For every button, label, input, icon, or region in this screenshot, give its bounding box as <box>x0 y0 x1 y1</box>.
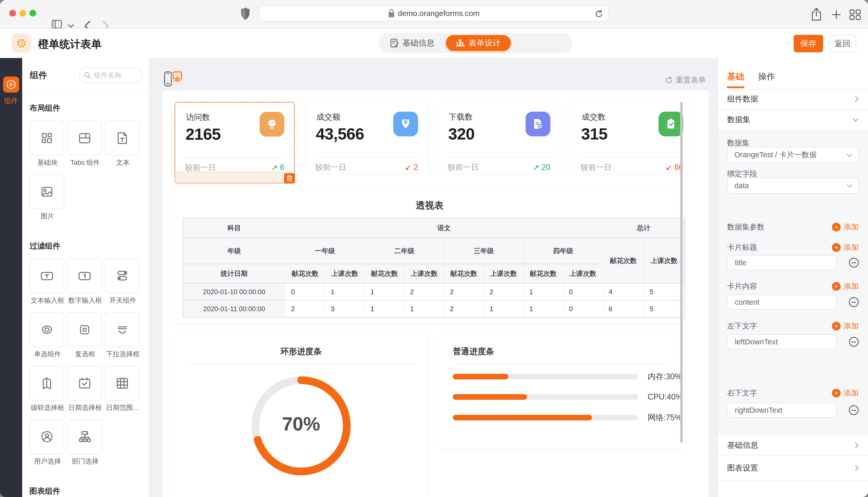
divider <box>185 157 284 158</box>
chevron-down-icon[interactable] <box>68 24 74 28</box>
stat-card-3[interactable]: 下载数320较前一日↗20 <box>438 103 560 173</box>
canvas-scrollbar[interactable] <box>680 102 683 443</box>
add-content-button[interactable]: +添加 <box>832 281 859 292</box>
tab-form-design[interactable]: 表单设计 <box>446 35 511 51</box>
stat-card-wrapper: 成交数315较前一日↙60 <box>571 103 692 173</box>
stat-card-1[interactable]: 访问数2165较前一日↗6 <box>176 103 294 171</box>
trend-delta: 2 <box>414 163 418 172</box>
pivot-value-cell: 2 <box>404 283 444 300</box>
palette-item-label: 日期选择框 <box>67 403 103 412</box>
app-header: 橙单统计表单 基础信息 表单设计 保存 返回 <box>0 28 868 58</box>
palette-card-user[interactable] <box>29 420 64 454</box>
basic-info-label: 基础信息 <box>727 440 758 451</box>
palette-card-radio[interactable] <box>29 312 64 347</box>
trend-up-arrow-icon: ↗ <box>533 163 539 172</box>
palette-card-dept[interactable] <box>67 420 102 454</box>
tab-basic-info[interactable]: 基础信息 <box>379 38 446 48</box>
tab-overview-icon[interactable] <box>850 9 861 20</box>
stat-card-footer: 较前一日↙2 <box>315 160 418 174</box>
zoom-window-button[interactable] <box>29 10 36 16</box>
save-button[interactable]: 保存 <box>794 35 823 52</box>
palette-item-label: 下拉选择框 <box>105 350 141 358</box>
add-rightDownText-button[interactable]: +添加 <box>832 388 859 398</box>
palette-card-input-t[interactable] <box>29 258 64 293</box>
add-leftDownText-button[interactable]: +添加 <box>832 321 859 331</box>
palette-item: 单选组件 <box>29 312 67 358</box>
ring-progress-widget[interactable]: 环形进度条 70% <box>175 335 428 497</box>
stat-card-wrapper: 下载数320较前一日↗20 <box>438 103 560 173</box>
back-button[interactable]: 返回 <box>829 35 856 52</box>
palette-card-grid[interactable] <box>29 120 64 155</box>
mobile-preview-button[interactable] <box>164 71 172 86</box>
desktop-preview-button[interactable] <box>171 68 183 85</box>
privacy-shield-icon[interactable] <box>241 7 250 20</box>
stat-card-value: 43,566 <box>316 125 364 143</box>
palette-card-cascade[interactable] <box>29 366 64 401</box>
remove-leftDownText-button[interactable] <box>849 337 859 347</box>
search-input[interactable] <box>94 71 135 80</box>
dataset-section-row[interactable]: 数据集 <box>718 109 868 130</box>
palette-card-daterange[interactable] <box>105 366 140 401</box>
content-field[interactable]: content <box>727 295 837 310</box>
pivot-header-cell: 献花次数 <box>285 264 325 283</box>
pivot-value-cell: 1 <box>364 300 404 317</box>
rightDownText-field[interactable]: rightDownText <box>727 403 837 417</box>
close-window-button[interactable] <box>9 10 16 16</box>
add-title-button[interactable]: +添加 <box>832 242 859 253</box>
remove-rightDownText-button[interactable] <box>849 405 859 415</box>
field-group-header: 右下文字+添加 <box>727 388 859 398</box>
add-dataset-param-button[interactable]: + 添加 <box>832 222 859 232</box>
delete-widget-button[interactable] <box>284 173 295 184</box>
palette-card-tabs[interactable] <box>67 120 102 155</box>
palette-card-checkbox[interactable] <box>67 312 102 347</box>
palette-item: 用户选择 <box>29 420 67 466</box>
bar-progress-title: 普通进度条 <box>453 346 494 357</box>
stat-card-2[interactable]: 成交额¥43,566较前一日↙2 <box>306 103 427 173</box>
plus-icon: + <box>832 322 841 330</box>
new-tab-icon[interactable] <box>831 10 841 19</box>
pivot-title: 透视表 <box>175 199 685 212</box>
stat-card-title: 访问数 <box>186 112 210 123</box>
stat-card-4[interactable]: 成交数315较前一日↙60 <box>571 103 692 173</box>
remove-title-button[interactable] <box>849 258 859 268</box>
component-data-row[interactable]: 组件数据 <box>718 89 868 109</box>
share-icon[interactable] <box>811 8 822 21</box>
divider <box>718 481 868 481</box>
sidebar-toggle-icon[interactable] <box>52 20 62 29</box>
component-search[interactable] <box>79 68 142 83</box>
chart-settings-row[interactable]: 图表设置 <box>718 455 868 481</box>
trend-down-indicator: ↙2 <box>405 163 418 172</box>
components-rail-label: 组件 <box>0 96 22 105</box>
basic-info-row[interactable]: 基础信息 <box>718 436 868 455</box>
tab-basic[interactable]: 基础 <box>727 71 744 83</box>
palette-card-select[interactable] <box>105 312 140 347</box>
pivot-value-cell: 1 <box>364 283 404 300</box>
palette-card-doc[interactable] <box>105 120 140 155</box>
bind-field-select[interactable]: data <box>727 178 859 194</box>
reload-icon[interactable] <box>594 10 603 18</box>
palette-card-switch[interactable] <box>105 258 140 293</box>
active-tab-underline <box>727 86 744 88</box>
palette-card-date[interactable] <box>67 366 102 401</box>
reset-form-button[interactable]: 重置表单 <box>665 75 706 85</box>
palette-card-image[interactable] <box>29 174 64 209</box>
divider <box>315 157 418 157</box>
title-field[interactable]: title <box>727 255 837 270</box>
components-rail-item[interactable] <box>3 76 19 93</box>
pivot-value-cell: 0 <box>285 283 325 300</box>
pivot-value-cell: 5 <box>644 300 685 317</box>
leftDownText-field[interactable]: leftDownText <box>727 334 837 349</box>
palette-title: 组件 <box>30 69 47 81</box>
address-bar[interactable]: demo.orangeforms.com <box>259 5 609 22</box>
dataset-select[interactable]: OrangeTest / 卡片一数据 <box>727 147 859 163</box>
remove-content-button[interactable] <box>849 297 859 307</box>
bar-progress-widget[interactable]: 普通进度条 内存:30%CPU:40%网络:75% <box>439 335 685 449</box>
pivot-table-widget[interactable]: 透视表 科目语文总计年级一年级二年级三年级四年级献花次数上课次数统计日期献花次数… <box>175 188 685 324</box>
palette-card-input-1[interactable] <box>67 258 102 293</box>
pivot-header-cell: 上课次数 <box>563 264 603 283</box>
image-icon <box>39 184 55 200</box>
tab-actions[interactable]: 操作 <box>758 71 775 83</box>
minimize-window-button[interactable] <box>19 10 26 16</box>
palette-item-label: 日期范围… <box>105 403 141 412</box>
svg-text:¥: ¥ <box>404 119 408 126</box>
